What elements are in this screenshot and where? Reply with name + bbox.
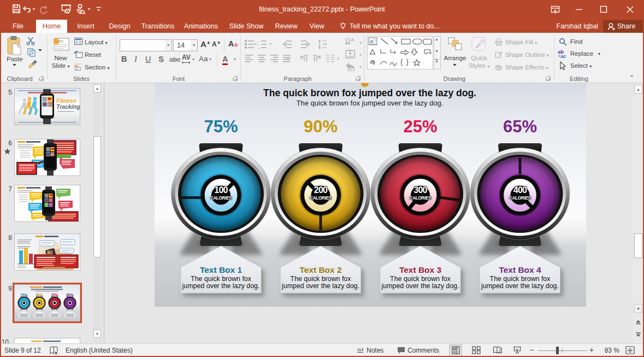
svg-text:The quick brown fox: The quick brown fox	[490, 275, 551, 283]
svg-text:CALORIES: CALORIES	[210, 196, 233, 201]
svg-text:The quick brown fox: The quick brown fox	[191, 275, 252, 283]
svg-text:Text Box 1: Text Box 1	[200, 265, 243, 274]
svg-text:CALORIES: CALORIES	[509, 196, 531, 201]
svg-text:Text Box 3: Text Box 3	[399, 265, 442, 274]
svg-text:jumped over the lazy dog.: jumped over the lazy dog.	[281, 282, 359, 290]
svg-text:CALORIES: CALORIES	[410, 196, 432, 201]
svg-text:300: 300	[413, 185, 427, 195]
svg-text:jumped over the lazy dog.: jumped over the lazy dog.	[182, 282, 260, 290]
svg-text:A: A	[351, 37, 355, 43]
svg-text:The quick brown fox jumped ove: The quick brown fox jumped over the lazy…	[263, 87, 476, 98]
svg-text:Text Box 2: Text Box 2	[299, 265, 341, 274]
svg-text:400: 400	[513, 185, 527, 195]
svg-text:75%: 75%	[204, 117, 238, 136]
svg-text:200: 200	[314, 185, 328, 195]
svg-text:The quick brown fox: The quick brown fox	[291, 275, 352, 283]
svg-text:jumped over the lazy dog.: jumped over the lazy dog.	[481, 282, 559, 290]
svg-text:Text Box 4: Text Box 4	[499, 265, 541, 274]
svg-text:The quick brown fox: The quick brown fox	[390, 275, 451, 283]
svg-text:ac: ac	[560, 53, 566, 58]
svg-text:100: 100	[214, 185, 228, 195]
svg-text:jumped over the lazy dog.: jumped over the lazy dog.	[381, 282, 459, 290]
svg-text:CALORIES: CALORIES	[310, 196, 332, 201]
svg-text:The quick brown fox jumped ove: The quick brown fox jumped over the lazy…	[297, 99, 444, 107]
svg-text:90%: 90%	[304, 117, 338, 136]
svg-text:25%: 25%	[403, 117, 437, 136]
svg-text:Tracking: Tracking	[56, 103, 80, 110]
svg-text:A: A	[370, 39, 374, 44]
svg-text:65%: 65%	[503, 117, 537, 136]
